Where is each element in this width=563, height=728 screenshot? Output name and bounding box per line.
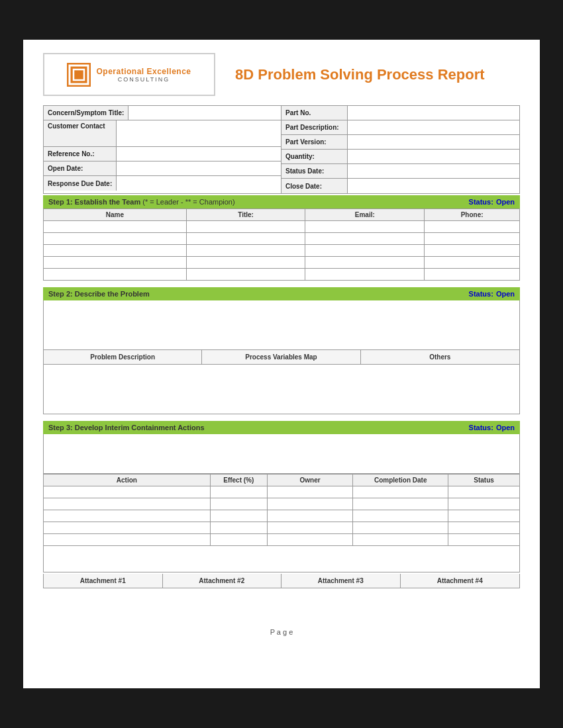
action-col-completion: Completion Date (353, 475, 448, 486)
open-date-row: Open Date: (44, 161, 281, 176)
team-col-phone: Phone: (425, 209, 520, 221)
table-row (44, 522, 520, 534)
action-col-action: Action (44, 475, 211, 486)
customer-contact-row: Customer Contact (44, 120, 281, 147)
action-col-status: Status (448, 475, 520, 486)
team-table: Name Title: Email: Phone: (43, 208, 520, 281)
table-row (44, 269, 520, 281)
tab-process-variables[interactable]: Process Variables Map (202, 350, 360, 364)
reference-value[interactable] (117, 147, 281, 161)
table-row (44, 245, 520, 257)
attachment-1[interactable]: Attachment #1 (44, 574, 163, 588)
open-date-value[interactable] (117, 161, 281, 175)
info-left: Concern/Symptom Title: Customer Contact … (44, 106, 282, 193)
step1-header: Step 1: Establish the Team (* = Leader -… (43, 195, 520, 208)
logo-sub: CONSULTING (96, 76, 191, 83)
response-due-label: Response Due Date: (44, 176, 117, 191)
step1-status: Status:Open (466, 198, 515, 206)
attachment-4[interactable]: Attachment #4 (401, 574, 520, 588)
action-table: Action Effect (%) Owner Completion Date … (43, 474, 520, 546)
page-footer: P a g e (43, 628, 520, 636)
step3-status: Status:Open (466, 424, 515, 432)
reference-row: Reference No.: (44, 147, 281, 161)
reference-label: Reference No.: (44, 147, 117, 161)
table-row (44, 257, 520, 269)
tab-problem-description[interactable]: Problem Description (44, 350, 202, 364)
quantity-row: Quantity: (282, 150, 519, 164)
table-row (44, 233, 520, 245)
part-desc-label: Part Description: (282, 120, 348, 134)
logo-icon (67, 63, 91, 87)
logo: Operational Excellence CONSULTING (43, 53, 215, 96)
step2-detail-content (43, 365, 520, 414)
open-date-label: Open Date: (44, 161, 117, 175)
part-desc-row: Part Description: (282, 120, 519, 135)
step2-tabs: Problem Description Process Variables Ma… (43, 350, 520, 365)
table-row (44, 486, 520, 498)
close-date-value[interactable] (348, 179, 519, 193)
table-row (44, 534, 520, 546)
status-date-row: Status Date: (282, 164, 519, 179)
customer-contact-value[interactable] (117, 120, 281, 146)
part-version-value[interactable] (348, 135, 519, 149)
part-no-value[interactable] (348, 106, 519, 120)
svg-rect-2 (74, 69, 84, 80)
quantity-value[interactable] (348, 150, 519, 163)
concern-row: Concern/Symptom Title: (44, 106, 281, 120)
info-grid: Concern/Symptom Title: Customer Contact … (43, 105, 520, 194)
customer-contact-label: Customer Contact (44, 120, 117, 146)
step3-label: Step 3: Develop Interim Containment Acti… (48, 424, 205, 432)
report-title: 8D Problem Solving Process Report (235, 66, 485, 83)
team-col-name: Name (44, 209, 187, 221)
attachments-row: Attachment #1 Attachment #2 Attachment #… (43, 574, 520, 588)
logo-brand: Operational Excellence (96, 67, 191, 76)
table-row (44, 221, 520, 233)
step2-header: Step 2: Describe the Problem Status:Open (43, 287, 520, 300)
part-no-label: Part No. (282, 106, 348, 120)
team-col-title: Title: (186, 209, 305, 221)
step2-content (43, 300, 520, 350)
close-date-label: Close Date: (282, 179, 348, 193)
report-header: Operational Excellence CONSULTING 8D Pro… (43, 53, 520, 96)
action-col-effect: Effect (%) (210, 475, 267, 486)
table-row (44, 510, 520, 522)
step3-content (43, 434, 520, 474)
part-no-row: Part No. (282, 106, 519, 120)
team-col-email: Email: (305, 209, 425, 221)
step3-header: Step 3: Develop Interim Containment Acti… (43, 421, 520, 434)
part-version-row: Part Version: (282, 135, 519, 150)
step2-section: Step 2: Describe the Problem Status:Open… (43, 287, 520, 414)
report-page: Operational Excellence CONSULTING 8D Pro… (23, 40, 540, 688)
step3-section: Step 3: Develop Interim Containment Acti… (43, 421, 520, 572)
info-right: Part No. Part Description: Part Version:… (282, 106, 519, 193)
status-date-value[interactable] (348, 164, 519, 178)
status-date-label: Status Date: (282, 164, 348, 178)
tab-others[interactable]: Others (361, 350, 519, 364)
step2-label: Step 2: Describe the Problem (48, 290, 150, 298)
response-due-value[interactable] (117, 176, 281, 191)
response-due-row: Response Due Date: (44, 176, 281, 191)
table-row (44, 498, 520, 510)
step1-label: Step 1: Establish the Team (* = Leader -… (48, 198, 235, 206)
page-label: P a g e (270, 628, 293, 636)
concern-value[interactable] (128, 106, 281, 120)
part-desc-value[interactable] (348, 120, 519, 134)
part-version-label: Part Version: (282, 135, 348, 149)
step2-status: Status:Open (466, 290, 515, 298)
quantity-label: Quantity: (282, 150, 348, 163)
attachment-3[interactable]: Attachment #3 (282, 574, 401, 588)
step3-extra-content (43, 546, 520, 572)
close-date-row: Close Date: (282, 179, 519, 193)
concern-label: Concern/Symptom Title: (44, 106, 128, 120)
attachment-2[interactable]: Attachment #2 (163, 574, 282, 588)
action-col-owner: Owner (267, 475, 352, 486)
